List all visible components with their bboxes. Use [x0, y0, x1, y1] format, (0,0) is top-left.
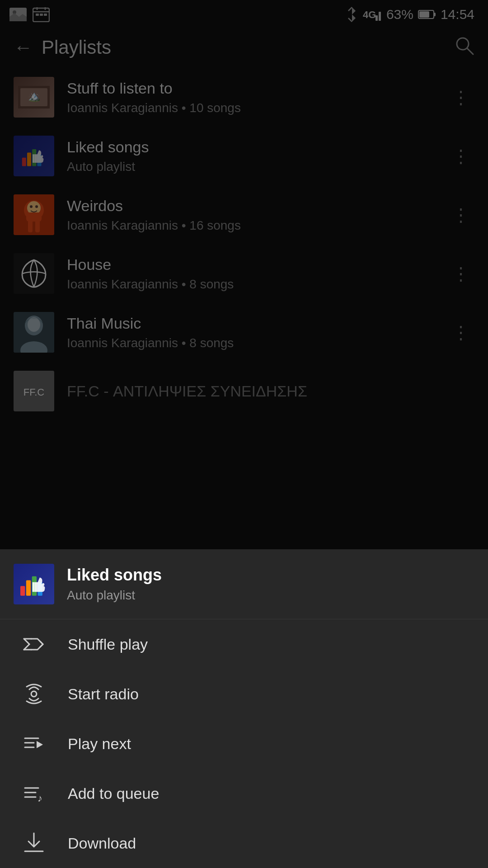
- download-label: Download: [68, 835, 136, 852]
- play-next-label: Play next: [68, 735, 131, 753]
- bottom-sheet-header: Liked songs Auto playlist: [0, 549, 488, 619]
- bottom-sheet-thumb: [14, 564, 54, 604]
- add-to-queue-item[interactable]: ♪ Add to queue: [0, 769, 488, 818]
- bottom-sheet-title: Liked songs: [67, 566, 474, 585]
- add-to-queue-label: Add to queue: [68, 785, 159, 802]
- shuffle-play-item[interactable]: Shuffle play: [0, 619, 488, 669]
- shuffle-play-label: Shuffle play: [68, 636, 148, 653]
- bottom-sheet-info: Liked songs Auto playlist: [67, 566, 474, 603]
- svg-text:♪: ♪: [38, 793, 42, 804]
- play-next-icon: [18, 732, 50, 755]
- bottom-sheet: Liked songs Auto playlist Shuffle play: [0, 549, 488, 868]
- svg-rect-39: [20, 586, 25, 595]
- download-icon: [18, 831, 50, 855]
- bottom-sheet-subtitle: Auto playlist: [67, 588, 474, 603]
- radio-icon: [18, 682, 50, 706]
- play-next-item[interactable]: Play next: [0, 719, 488, 769]
- queue-icon: ♪: [18, 782, 50, 805]
- svg-line-46: [24, 639, 29, 644]
- svg-marker-51: [37, 741, 43, 748]
- svg-rect-40: [26, 580, 31, 595]
- svg-point-47: [31, 691, 37, 697]
- shuffle-icon: [18, 632, 50, 656]
- start-radio-item[interactable]: Start radio: [0, 669, 488, 719]
- download-item[interactable]: Download: [0, 818, 488, 868]
- start-radio-label: Start radio: [68, 685, 139, 703]
- svg-line-45: [24, 644, 29, 650]
